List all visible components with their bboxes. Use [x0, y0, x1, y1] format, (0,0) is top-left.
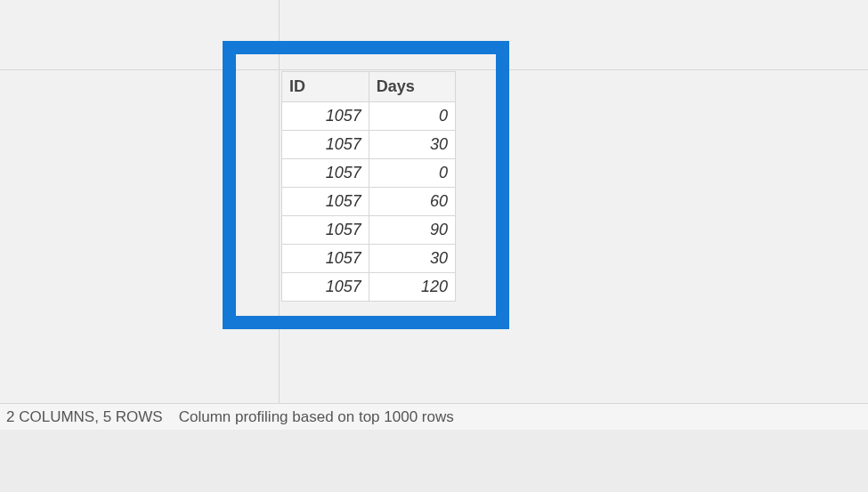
highlight-annotation: [223, 41, 509, 329]
bottom-area: [0, 430, 868, 492]
status-profiling: Column profiling based on top 1000 rows: [179, 408, 454, 426]
status-columns-rows: 2 COLUMNS, 5 ROWS: [6, 408, 163, 426]
status-bar: 2 COLUMNS, 5 ROWS Column profiling based…: [0, 403, 868, 430]
